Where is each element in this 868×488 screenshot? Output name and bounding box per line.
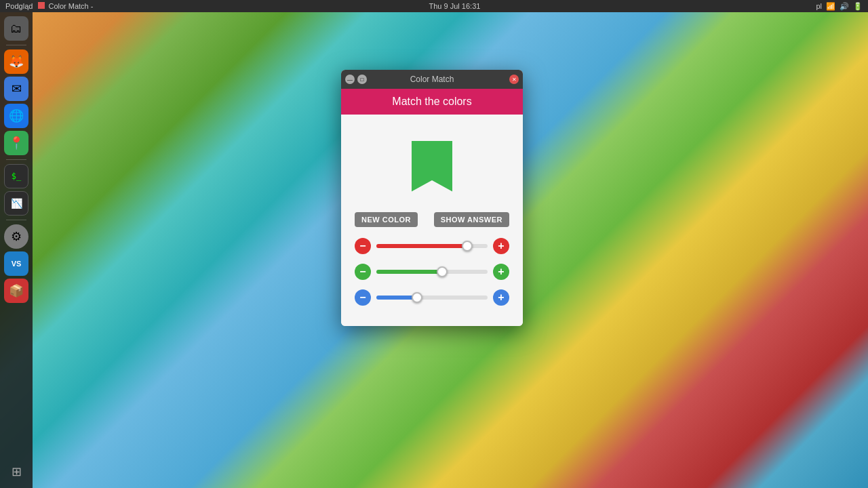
app-header: Match the colors <box>341 89 523 115</box>
green-slider[interactable] <box>376 270 488 274</box>
green-slider-row: − + <box>355 264 509 280</box>
window-title: Color Match <box>410 75 454 84</box>
desktop: Podgląd Color Match - Thu 9 Jul 16:31 pl… <box>0 0 868 488</box>
blue-plus-button[interactable]: + <box>493 289 509 306</box>
taskbar-top-left: Podgląd Color Match - <box>5 2 93 10</box>
dock-vscode[interactable]: VS <box>4 251 28 276</box>
blue-slider-row: − + <box>355 289 509 306</box>
green-plus-button[interactable]: + <box>493 264 509 280</box>
show-answer-button[interactable]: SHOW ANSWER <box>434 212 509 227</box>
green-minus-button[interactable]: − <box>355 264 371 280</box>
app-window: — □ Color Match ✕ Match the colors N <box>341 70 523 326</box>
dock-software[interactable]: 📦 <box>4 279 28 303</box>
red-slider-row: − + <box>355 238 509 254</box>
bookmark-container <box>352 125 512 207</box>
red-slider[interactable] <box>376 244 488 248</box>
taskbar-right: pl 📶 🔊 🔋 <box>816 2 863 11</box>
blue-minus-button[interactable]: − <box>355 289 371 306</box>
new-color-button[interactable]: NEW COLOR <box>355 212 418 227</box>
minimize-button[interactable]: — <box>345 75 355 84</box>
dock-separator-3 <box>6 220 26 220</box>
buttons-row: NEW COLOR SHOW ANSWER <box>352 212 512 227</box>
red-minus-button[interactable]: − <box>355 238 371 254</box>
dock-maps[interactable]: 📍 <box>4 131 28 155</box>
dock-settings[interactable]: ⚙ <box>4 224 28 249</box>
taskbar-top: Podgląd Color Match - Thu 9 Jul 16:31 pl… <box>0 0 868 12</box>
dock-files[interactable]: 🗂 <box>4 16 28 41</box>
bookmark-shape <box>412 141 452 192</box>
dock-separator-1 <box>6 45 26 45</box>
blue-slider[interactable] <box>376 296 488 300</box>
network-icon: 📶 <box>826 2 835 11</box>
dock-mail[interactable]: ✉ <box>4 77 28 101</box>
menu-label[interactable]: Podgląd <box>5 2 33 10</box>
window-titlebar: — □ Color Match ✕ <box>341 70 523 89</box>
dock-apps[interactable]: ⊞ <box>4 460 28 484</box>
dock-separator-2 <box>6 159 26 160</box>
sliders-section: − + − + − + <box>352 238 512 306</box>
window-left-controls: — □ <box>345 75 367 84</box>
close-button[interactable]: ✕ <box>509 75 519 84</box>
dock-terminal[interactable]: $_ <box>4 164 28 188</box>
window-close-control: ✕ <box>509 75 519 84</box>
dock-left: 🗂 🦊 ✉ 🌐 📍 $_ 📉 ⚙ VS 📦 ⊞ <box>0 12 33 488</box>
dock-browser[interactable]: 🌐 <box>4 104 28 128</box>
dock-monitor[interactable]: 📉 <box>4 191 28 216</box>
lang-indicator[interactable]: pl <box>816 2 822 10</box>
maximize-button[interactable]: □ <box>357 75 367 84</box>
app-indicator[interactable]: Color Match - <box>38 2 93 10</box>
volume-icon: 🔊 <box>840 2 849 11</box>
taskbar-clock: Thu 9 Jul 16:31 <box>429 2 481 10</box>
red-plus-button[interactable]: + <box>493 238 509 254</box>
app-content: NEW COLOR SHOW ANSWER − + − + <box>341 115 523 326</box>
header-title: Match the colors <box>392 96 471 107</box>
battery-icon: 🔋 <box>853 2 863 11</box>
dock-firefox[interactable]: 🦊 <box>4 49 28 74</box>
